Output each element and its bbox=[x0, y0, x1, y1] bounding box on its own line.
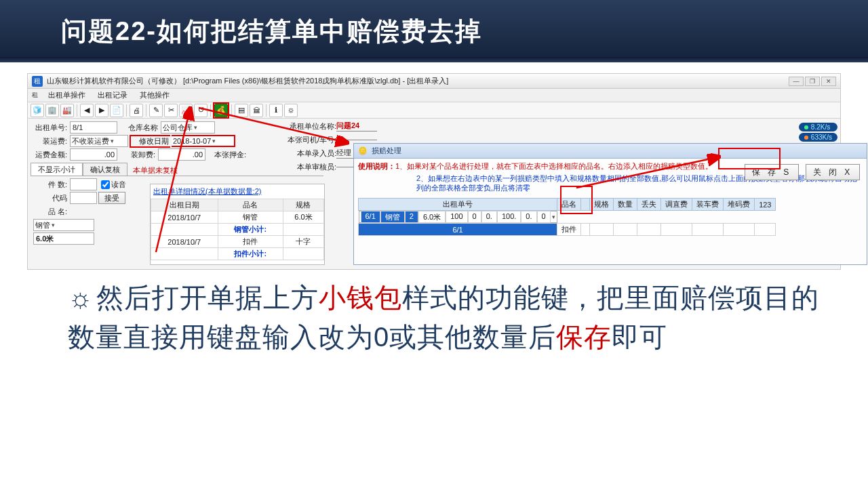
maximize-button[interactable]: ❐ bbox=[805, 77, 820, 86]
accept-button[interactable]: 接受 bbox=[98, 192, 125, 204]
col-header[interactable]: 数量 bbox=[614, 199, 637, 211]
freight-select[interactable]: 不收装运费 bbox=[70, 135, 128, 147]
bank-icon[interactable]: 🏛 bbox=[250, 104, 263, 117]
nav-prev-icon[interactable]: ◀ bbox=[80, 104, 94, 117]
column-highlight bbox=[560, 186, 593, 214]
tenant-name: 问题24 bbox=[336, 121, 377, 131]
field-label: 装运费: bbox=[31, 136, 68, 146]
app-logo-icon: 租 bbox=[32, 76, 43, 87]
subtotal-row: 钢管小计: bbox=[151, 224, 324, 236]
slide-title: 问题22-如何把结算单中赔偿费去掉 bbox=[61, 14, 482, 49]
read-aloud-checkbox[interactable] bbox=[101, 180, 110, 189]
field-label: 出租单号: bbox=[31, 123, 68, 133]
field-label: 代码 bbox=[31, 193, 68, 203]
app-titlebar: 租 山东银杉计算机软件有限公司（可修改） [d:\Program Files (… bbox=[28, 74, 840, 89]
modify-date-select[interactable]: 2018-10-07 bbox=[172, 135, 235, 147]
toolbar-icon[interactable]: 🧊 bbox=[31, 104, 44, 117]
bullet-icon: ☼ bbox=[68, 283, 94, 312]
table-row: 2018/10/7扣件十字 bbox=[151, 236, 324, 248]
field-label: 本单审核员: bbox=[285, 162, 336, 172]
menu-item[interactable]: 其他操作 bbox=[134, 89, 175, 102]
explanation-text: ☼然后打开单据上方小钱包样式的功能键，把里面赔偿项目的数量直接用键盘输入改为0或… bbox=[68, 278, 827, 357]
field-label: 承租单位名称: bbox=[285, 121, 336, 131]
table-row: 6/1 钢管 2 6.0米 100 0 0. 100. 0. 0 bbox=[359, 211, 557, 223]
col-header[interactable]: 123 bbox=[755, 199, 776, 211]
close-button[interactable]: ✕ bbox=[821, 77, 836, 86]
col-header[interactable]: 调直费 bbox=[661, 199, 692, 211]
field-label: 仓库名称 bbox=[119, 123, 159, 133]
wallet-highlight: 💰 bbox=[213, 102, 229, 119]
field-label: 件 数: bbox=[31, 180, 68, 190]
popup-title-text: 损赔处理 bbox=[372, 146, 401, 156]
read-aloud-label: 读音 bbox=[111, 180, 126, 190]
detail-panel: 出租单详细情况(本单据数据量:2) 出租日期 品名 规格 2018/10/7钢管… bbox=[150, 184, 325, 265]
config-icon[interactable]: ⛭ bbox=[284, 104, 298, 117]
slide-body: 非会员勿用 租 山东银杉计算机软件有限公司（可修改） [d:\Program F… bbox=[0, 62, 868, 488]
col-header[interactable]: 规格 bbox=[590, 199, 614, 211]
detail-link[interactable]: 出租单详细情况(本单据数据量:2) bbox=[151, 184, 324, 199]
freight-amount-input[interactable]: .00 bbox=[70, 148, 117, 161]
modify-label: 修改日期 bbox=[130, 135, 170, 148]
help-icon[interactable]: ℹ bbox=[269, 104, 283, 117]
col-header: 出租日期 bbox=[151, 199, 218, 211]
slide-header: 问题22-如何把结算单中赔偿费去掉 bbox=[0, 0, 868, 62]
toolbar-icon[interactable]: ✂ bbox=[164, 104, 178, 117]
nav-next-icon[interactable]: ▶ bbox=[95, 104, 108, 117]
car-field[interactable] bbox=[336, 140, 377, 140]
loading-fee-input[interactable]: .00 bbox=[158, 148, 205, 161]
spec-field: 6.0米 bbox=[33, 232, 94, 245]
col-header[interactable]: 堆码费 bbox=[724, 199, 755, 211]
field-label: 装卸费: bbox=[119, 150, 157, 160]
field-label: 本张司机/车号: bbox=[285, 135, 336, 145]
col-header: 品名 bbox=[218, 199, 283, 211]
toolbar-icon[interactable]: 🏭 bbox=[60, 104, 74, 117]
compensation-table: 出租单号 品名 规格 数量 丢失 调直费 装车费 堆码费 123 6/1 钢管 bbox=[358, 198, 863, 236]
subtotal-row: 扣件小计: bbox=[151, 248, 324, 260]
toolbar: 🧊 🏢 🏭 ◀ ▶ 📄 🖨 ✎ ✂ 📈 ↺ 💰 ▤ 🏛 ℹ ⛭ bbox=[28, 102, 840, 119]
menubar: 租 出租单操作 出租记录 其他操作 bbox=[28, 89, 840, 102]
menu-item[interactable]: 出租记录 bbox=[92, 89, 133, 102]
review-status: 本单据未复核 bbox=[127, 163, 183, 176]
detail-table: 出租日期 品名 规格 2018/10/7钢管6.0米 钢管小计: 2018/10… bbox=[151, 199, 324, 260]
app-window: 租 山东银杉计算机软件有限公司（可修改） [d:\Program Files (… bbox=[27, 73, 841, 270]
col-header[interactable]: 装车费 bbox=[692, 199, 724, 211]
tab-no-subtotal[interactable]: 不显示小计 bbox=[31, 163, 83, 176]
edit-icon[interactable]: ✎ bbox=[149, 104, 163, 117]
popup-icon: 🪙 bbox=[358, 146, 368, 155]
pieces-input[interactable] bbox=[70, 178, 97, 190]
toolbar-icon[interactable]: 📈 bbox=[179, 104, 193, 117]
close-button[interactable]: 关 闭 X bbox=[806, 164, 860, 180]
doc-logo-icon: 租 bbox=[32, 91, 41, 100]
field-label: 本单录入员: bbox=[285, 148, 336, 159]
tab-confirm-review[interactable]: 确认复核 bbox=[83, 163, 127, 176]
print-icon[interactable]: 🖨 bbox=[130, 104, 143, 117]
window-controls: — ❐ ✕ bbox=[789, 77, 836, 86]
download-speed: 633K/s bbox=[799, 133, 837, 142]
out-no-input[interactable]: 8/1 bbox=[70, 121, 117, 134]
col-header: 规格 bbox=[283, 199, 323, 211]
toolbar-icon[interactable]: ↺ bbox=[194, 104, 208, 117]
table-row: 6/1 扣件 bbox=[359, 224, 776, 236]
app-title-text: 山东银杉计算机软件有限公司（可修改） [d:\Program Files (x8… bbox=[47, 76, 448, 86]
field-label: 本张押金: bbox=[207, 150, 248, 160]
col-header[interactable]: 出租单号 bbox=[359, 199, 557, 211]
save-highlight bbox=[718, 148, 781, 169]
field-label: 运费金额: bbox=[31, 150, 68, 160]
code-input[interactable] bbox=[70, 192, 97, 204]
wallet-icon[interactable]: 💰 bbox=[214, 104, 228, 117]
table-row: 2018/10/7钢管6.0米 bbox=[151, 211, 324, 224]
toolbar-icon[interactable]: 📄 bbox=[110, 104, 123, 117]
product-select[interactable]: 钢管 bbox=[33, 219, 94, 231]
field-label: 品 名: bbox=[31, 207, 68, 217]
grid-icon[interactable]: ▤ bbox=[235, 104, 248, 117]
menu-item[interactable]: 出租单操作 bbox=[43, 89, 91, 102]
toolbar-icon[interactable]: 🏢 bbox=[45, 104, 59, 117]
popup-titlebar: 🪙 损赔处理 bbox=[354, 144, 867, 159]
minimize-button[interactable]: — bbox=[789, 77, 804, 86]
tabstrip: 不显示小计 确认复核 本单据未复核 bbox=[31, 163, 323, 176]
network-badge: 8.2K/s 633K/s bbox=[799, 123, 837, 142]
warehouse-select[interactable]: 公司仓库 bbox=[161, 121, 215, 134]
upload-speed: 8.2K/s bbox=[799, 123, 837, 131]
col-header[interactable]: 丢失 bbox=[637, 199, 661, 211]
compensation-popup: 🪙 损赔处理 使用说明：1、如果对某个品名进行处理，就在下面左表中选择相应的品名… bbox=[353, 143, 867, 265]
